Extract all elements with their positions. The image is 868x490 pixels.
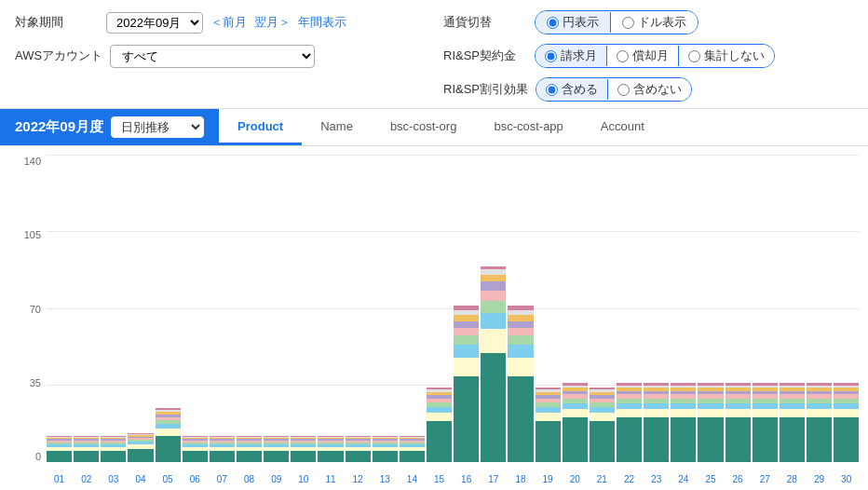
- bar-group[interactable]: [373, 156, 398, 462]
- bar-group[interactable]: [508, 156, 533, 462]
- bar-group[interactable]: [74, 156, 99, 462]
- bar-group[interactable]: [536, 156, 561, 462]
- controls-right: 通貨切替 円表示 ドル表示 RI&S: [425, 9, 853, 102]
- x-label[interactable]: 09: [264, 474, 289, 484]
- x-label[interactable]: 20: [563, 474, 588, 484]
- currency-yen-radio[interactable]: [547, 17, 559, 29]
- x-label[interactable]: 08: [237, 474, 262, 484]
- x-label[interactable]: 27: [753, 474, 778, 484]
- x-label[interactable]: 28: [780, 474, 805, 484]
- bar-group[interactable]: [291, 156, 316, 462]
- x-label[interactable]: 05: [156, 474, 181, 484]
- y-label: 70: [30, 304, 41, 315]
- x-label[interactable]: 25: [698, 474, 723, 484]
- bar-stack: [617, 306, 642, 462]
- x-label[interactable]: 30: [834, 474, 859, 484]
- x-label[interactable]: 07: [210, 474, 235, 484]
- bar-group[interactable]: [427, 156, 452, 462]
- x-label[interactable]: 26: [726, 474, 751, 484]
- tab-product[interactable]: Product: [219, 110, 302, 145]
- tab-bsc-cost-app[interactable]: bsc-cost-app: [475, 110, 581, 145]
- bar-group[interactable]: [400, 156, 425, 462]
- currency-yen-option[interactable]: 円表示: [536, 11, 610, 34]
- bar-group[interactable]: [753, 156, 778, 462]
- bar-group[interactable]: [617, 156, 642, 462]
- x-label[interactable]: 04: [128, 474, 153, 484]
- x-label[interactable]: 19: [536, 474, 561, 484]
- bar-segment: [698, 409, 723, 418]
- bar-group[interactable]: [237, 156, 262, 462]
- y-label: 105: [24, 229, 41, 240]
- prev-month-link[interactable]: ＜前月: [210, 14, 247, 31]
- bar-group[interactable]: [698, 156, 723, 462]
- bar-group[interactable]: [128, 156, 153, 462]
- bar-group[interactable]: [726, 156, 751, 462]
- bar-group[interactable]: [318, 156, 343, 462]
- ri-sp-depreciation-option[interactable]: 償却月: [607, 45, 678, 67]
- x-label[interactable]: 16: [454, 474, 479, 484]
- bar-group[interactable]: [210, 156, 235, 462]
- bar-group[interactable]: [563, 156, 588, 462]
- period-select[interactable]: 2022年09月: [106, 12, 203, 34]
- currency-row: 通貨切替 円表示 ドル表示: [443, 9, 853, 35]
- bar-group[interactable]: [101, 156, 126, 462]
- x-label[interactable]: 10: [291, 474, 316, 484]
- x-label[interactable]: 01: [47, 474, 72, 484]
- bar-segment: [318, 451, 343, 462]
- x-label[interactable]: 23: [644, 474, 669, 484]
- ri-sp-exclude-radio[interactable]: [617, 84, 630, 96]
- bar-stack: [481, 217, 506, 462]
- x-label[interactable]: 11: [318, 474, 343, 484]
- bar-group[interactable]: [807, 156, 832, 462]
- ri-sp-include-radio[interactable]: [546, 84, 558, 96]
- x-label[interactable]: 21: [590, 474, 615, 484]
- bar-group[interactable]: [264, 156, 289, 462]
- bar-group[interactable]: [671, 156, 696, 462]
- x-label[interactable]: 17: [481, 474, 506, 484]
- x-label[interactable]: 15: [427, 474, 452, 484]
- bar-group[interactable]: [183, 156, 208, 462]
- ri-sp-invoice-option[interactable]: 請求月: [536, 45, 606, 67]
- bar-group[interactable]: [156, 156, 181, 462]
- next-month-link[interactable]: 翌月＞: [254, 14, 291, 31]
- bar-group[interactable]: [834, 156, 859, 462]
- aws-account-select[interactable]: すべて: [110, 45, 315, 68]
- tab-bsc-cost-org[interactable]: bsc-cost-org: [372, 110, 476, 145]
- bar-group[interactable]: [47, 156, 72, 462]
- bar-group[interactable]: [780, 156, 805, 462]
- bar-group[interactable]: [644, 156, 669, 462]
- x-label[interactable]: 06: [183, 474, 208, 484]
- yearly-link[interactable]: 年間表示: [298, 14, 346, 31]
- bar-segment: [346, 451, 371, 462]
- bar-segment: [508, 358, 533, 376]
- x-label[interactable]: 03: [101, 474, 126, 484]
- currency-dollar-option[interactable]: ドル表示: [611, 11, 698, 34]
- ri-sp-exclude-option[interactable]: 含めない: [608, 78, 691, 101]
- x-label[interactable]: 22: [617, 474, 642, 484]
- ri-sp-none-radio[interactable]: [688, 50, 700, 62]
- bar-group[interactable]: [346, 156, 371, 462]
- bar-group[interactable]: [590, 156, 615, 462]
- period-label: 対象期間: [15, 14, 99, 31]
- bar-segment: [753, 409, 778, 418]
- x-label[interactable]: 02: [74, 474, 99, 484]
- x-label[interactable]: 18: [508, 474, 533, 484]
- ri-sp-invoice-radio[interactable]: [545, 50, 557, 62]
- ri-sp-depreciation-radio[interactable]: [617, 50, 629, 62]
- chart-period-select[interactable]: 日別推移: [111, 116, 204, 138]
- x-label[interactable]: 24: [671, 474, 696, 484]
- bar-group[interactable]: [454, 156, 479, 462]
- ri-sp-none-option[interactable]: 集計しない: [679, 45, 774, 67]
- ri-sp-include-option[interactable]: 含める: [536, 78, 607, 101]
- tab-name[interactable]: Name: [302, 110, 372, 145]
- x-label[interactable]: 12: [346, 474, 371, 484]
- x-label[interactable]: 14: [400, 474, 425, 484]
- bar-stack: [74, 373, 99, 462]
- x-label[interactable]: 13: [373, 474, 398, 484]
- bar-segment: [671, 417, 696, 462]
- x-label[interactable]: 29: [807, 474, 832, 484]
- bar-group[interactable]: [481, 156, 506, 462]
- currency-dollar-radio[interactable]: [622, 17, 634, 29]
- tab-account[interactable]: Account: [582, 110, 663, 145]
- bar-stack: [373, 373, 398, 462]
